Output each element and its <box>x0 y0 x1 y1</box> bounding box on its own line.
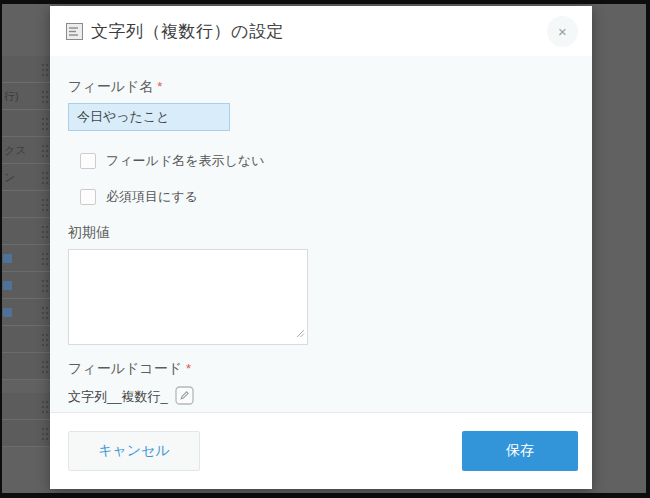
background-field-list-item <box>2 420 51 447</box>
initial-value-label: 初期値 <box>68 224 574 242</box>
background-field-list-item <box>2 326 51 353</box>
dialog-body: フィールド名* フィールド名を表示しない 必須項目にする 初期値 <box>50 56 592 412</box>
field-name-input[interactable] <box>68 103 230 131</box>
drag-handle-icon <box>42 334 44 336</box>
background-field-list-item <box>2 110 51 137</box>
drag-handle-icon <box>42 280 44 282</box>
field-code-value: 文字列__複数行_ <box>68 388 168 406</box>
drag-handle-icon <box>42 172 44 174</box>
drag-handle-icon <box>42 199 44 201</box>
edit-pencil-icon <box>175 386 194 408</box>
field-type-icon <box>3 308 12 317</box>
save-button[interactable]: 保存 <box>462 431 578 471</box>
field-code-row: 文字列__複数行_ <box>68 386 574 408</box>
required-field-checkbox-row[interactable]: 必須項目にする <box>80 188 574 206</box>
background-field-list-item: クス <box>2 137 51 164</box>
edit-field-code-button[interactable] <box>175 386 194 408</box>
multiline-text-field-settings-dialog: 文字列（複数行）の設定 × フィールド名* フィールド名を表示しない 必須項目に… <box>50 6 592 489</box>
dialog-header: 文字列（複数行）の設定 × <box>50 6 592 56</box>
background-field-list-item <box>2 191 51 218</box>
field-item-label-fragment: ン <box>4 164 15 191</box>
close-icon: × <box>558 24 567 39</box>
background-list-gap <box>2 380 51 393</box>
drag-handle-icon <box>42 253 44 255</box>
drag-handle-icon <box>42 428 44 430</box>
drag-handle-icon <box>42 145 44 147</box>
drag-handle-icon <box>42 226 44 228</box>
drag-handle-icon <box>42 118 44 120</box>
hide-field-name-checkbox-row[interactable]: フィールド名を表示しない <box>80 152 574 170</box>
field-code-label: フィールドコード* <box>68 360 574 378</box>
drag-handle-icon <box>42 307 44 309</box>
field-item-label-fragment: 行) <box>4 83 19 110</box>
initial-value-textarea-wrap <box>68 249 308 345</box>
background-field-list-item: ン <box>2 164 51 191</box>
drag-handle-icon <box>42 64 44 66</box>
dialog-title: 文字列（複数行）の設定 <box>91 20 284 43</box>
background-field-list-item <box>2 245 51 272</box>
required-field-checkbox[interactable] <box>80 189 96 205</box>
background-field-list-item <box>2 299 51 326</box>
required-field-label: 必須項目にする <box>106 188 198 206</box>
screen: 行) クス ン <box>0 0 650 498</box>
close-button[interactable]: × <box>547 16 578 47</box>
background-field-list-item: 行) <box>2 83 51 110</box>
field-name-label: フィールド名* <box>68 78 574 96</box>
background-field-list-item <box>2 353 51 380</box>
background-field-list: 行) クス ン <box>2 56 51 447</box>
drag-handle-icon <box>42 91 44 93</box>
multiline-text-field-icon <box>66 23 83 40</box>
drag-handle-icon <box>42 361 44 363</box>
background-field-list-item <box>2 272 51 299</box>
background-field-list-item <box>2 218 51 245</box>
background-field-list-item <box>2 393 51 420</box>
hide-field-name-checkbox[interactable] <box>80 153 96 169</box>
resize-handle-icon[interactable] <box>296 324 305 342</box>
cancel-button[interactable]: キャンセル <box>68 431 200 471</box>
field-item-label-fragment: クス <box>4 137 27 164</box>
field-type-icon <box>3 254 12 263</box>
dialog-footer: キャンセル 保存 <box>50 412 592 489</box>
required-asterisk: * <box>157 79 162 94</box>
hide-field-name-label: フィールド名を表示しない <box>106 152 264 170</box>
initial-value-textarea[interactable] <box>68 249 308 345</box>
required-asterisk: * <box>186 361 191 376</box>
field-type-icon <box>3 281 12 290</box>
background-field-list-item <box>2 56 51 83</box>
drag-handle-icon <box>42 401 44 403</box>
